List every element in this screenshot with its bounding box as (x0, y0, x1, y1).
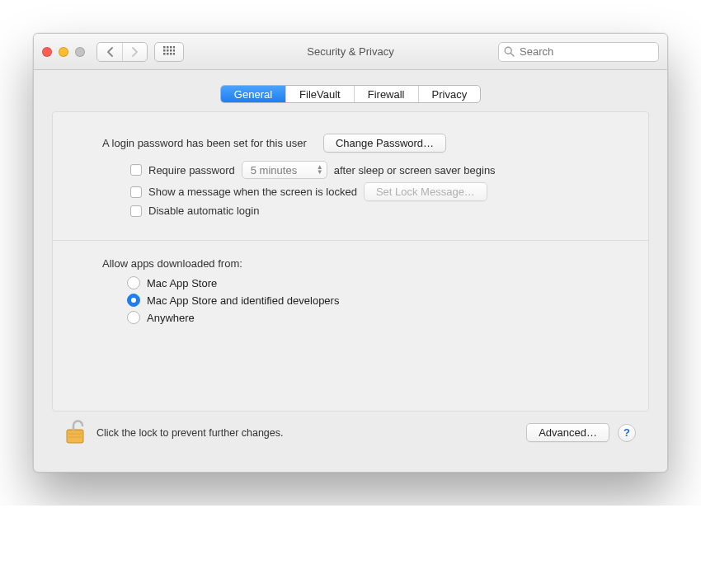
grid-icon (163, 46, 175, 58)
chevron-left-icon (106, 47, 114, 57)
radio-identified-developers-label: Mac App Store and identified developers (147, 294, 339, 307)
show-lock-message-checkbox[interactable] (130, 186, 142, 198)
svg-rect-4 (163, 49, 166, 52)
minimize-window-button[interactable] (59, 47, 68, 57)
disable-auto-login-label: Disable automatic login (148, 205, 259, 217)
zoom-window-button[interactable] (75, 47, 85, 57)
svg-rect-2 (170, 46, 172, 49)
search-icon (504, 46, 515, 57)
set-lock-message-button[interactable]: Set Lock Message… (364, 182, 487, 201)
svg-rect-6 (170, 49, 172, 52)
require-password-delay-value: 5 minutes (251, 164, 297, 176)
search-input[interactable] (518, 45, 653, 59)
radio-mac-app-store[interactable] (127, 276, 140, 289)
require-password-suffix: after sleep or screen saver begins (334, 164, 496, 176)
search-field[interactable] (498, 42, 659, 62)
tab-firewall[interactable]: Firewall (354, 86, 418, 102)
tab-general[interactable]: General (221, 86, 285, 102)
require-password-delay-select[interactable]: 5 minutes ▲▼ (242, 161, 327, 179)
svg-rect-10 (170, 53, 172, 55)
footer: Click the lock to prevent further change… (52, 412, 649, 460)
lock-button[interactable] (65, 418, 88, 447)
forward-button[interactable] (122, 43, 147, 61)
unlock-icon (65, 418, 88, 445)
require-password-checkbox[interactable] (130, 164, 142, 176)
show-all-button[interactable] (154, 42, 184, 62)
svg-rect-1 (167, 46, 169, 49)
svg-line-13 (510, 53, 514, 56)
preferences-window: Security & Privacy General FileVault Fir… (33, 33, 668, 473)
help-button[interactable]: ? (618, 424, 636, 442)
svg-rect-8 (163, 53, 166, 55)
tab-bar: General FileVault Firewall Privacy (220, 85, 481, 103)
chevron-right-icon (131, 47, 139, 57)
advanced-button[interactable]: Advanced… (526, 423, 609, 442)
disable-auto-login-checkbox[interactable] (130, 205, 142, 217)
radio-mac-app-store-label: Mac App Store (147, 277, 217, 289)
change-password-button[interactable]: Change Password… (323, 134, 446, 153)
radio-anywhere-label: Anywhere (147, 312, 195, 324)
radio-anywhere[interactable] (127, 311, 140, 324)
content-area: General FileVault Firewall Privacy A log… (34, 70, 667, 472)
nav-back-forward (96, 42, 148, 62)
svg-rect-11 (173, 53, 175, 55)
svg-rect-7 (173, 49, 175, 52)
password-set-text: A login password has been set for this u… (102, 137, 307, 149)
general-panel: A login password has been set for this u… (52, 111, 649, 412)
stepper-icon: ▲▼ (317, 165, 323, 175)
close-window-button[interactable] (42, 47, 52, 57)
radio-identified-developers[interactable] (127, 294, 140, 307)
divider (53, 240, 648, 241)
show-lock-message-label: Show a message when the screen is locked (148, 186, 357, 198)
tab-filevault[interactable]: FileVault (285, 86, 354, 102)
window-controls (42, 47, 85, 57)
titlebar: Security & Privacy (34, 34, 667, 70)
require-password-prefix: Require password (148, 164, 235, 176)
back-button[interactable] (97, 43, 122, 61)
tab-privacy[interactable]: Privacy (418, 86, 481, 102)
svg-rect-3 (173, 46, 175, 49)
lock-hint-text: Click the lock to prevent further change… (96, 427, 284, 439)
svg-rect-5 (167, 49, 169, 52)
allow-apps-title: Allow apps downloaded from: (102, 257, 623, 270)
svg-rect-0 (163, 46, 166, 49)
svg-rect-9 (167, 53, 169, 55)
